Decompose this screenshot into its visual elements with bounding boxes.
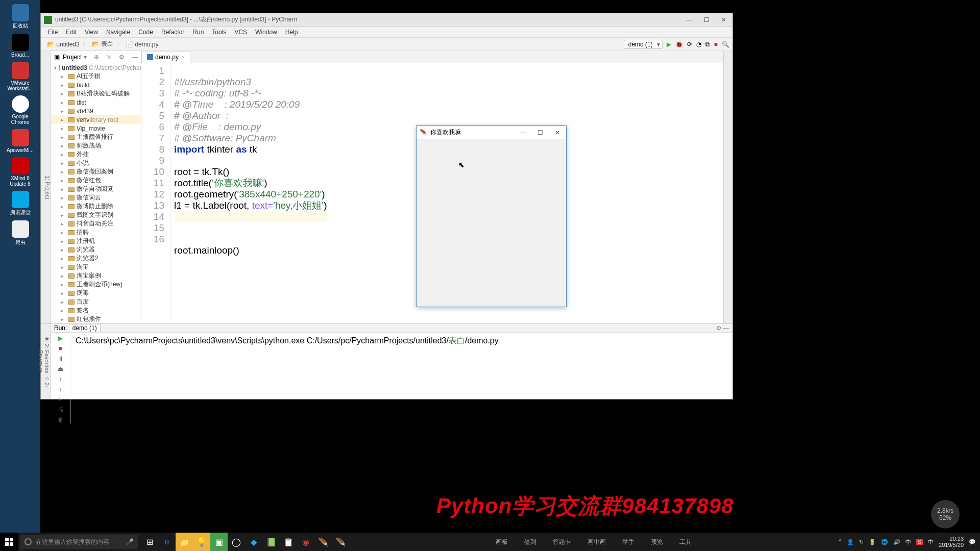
tree-item[interactable]: ▸ 微信撤回案例 (51, 167, 141, 176)
tree-item[interactable]: ▸ 小说 (51, 159, 141, 167)
ime-icon[interactable]: 中 (905, 538, 911, 546)
maximize-icon[interactable]: ☐ (698, 16, 715, 23)
menu-tools[interactable]: Tools (208, 29, 230, 36)
obs-icon[interactable]: ◯ (228, 533, 245, 551)
run-icon[interactable]: ▶ (667, 41, 671, 48)
app-icon[interactable]: 📗 (262, 533, 280, 551)
tree-item[interactable]: ▸ 截图文字识别 (51, 211, 141, 219)
desktop-icon[interactable]: 爬虫 (5, 220, 36, 246)
breadcrumb[interactable]: 📂 表白 (89, 39, 116, 49)
breadcrumb[interactable]: 📂 untitled3 (44, 40, 83, 49)
coverage-icon[interactable]: ⟳ (687, 41, 692, 48)
tree-item[interactable]: ▸ 淘宝 (51, 263, 141, 271)
ime-icon[interactable]: 中 (928, 538, 934, 546)
desktop-icon[interactable]: Broad... (5, 34, 36, 58)
desktop-icon[interactable]: Google Chrome (5, 95, 36, 125)
menu-code[interactable]: Code (134, 29, 157, 36)
exit-icon[interactable]: ⏏ (57, 365, 64, 372)
tree-item[interactable]: ▸ 外挂 (51, 150, 141, 159)
menu-edit[interactable]: Edit (62, 29, 81, 36)
code-lines[interactable]: #!/usr/bin/python3 # -*- coding: utf-8 -… (171, 63, 327, 323)
explorer-icon[interactable]: 📁 (176, 533, 193, 551)
tk-titlebar[interactable]: 🪶 你喜欢我嘛 — ☐ ✕ (416, 126, 566, 139)
tree-item[interactable]: ▸ 主播颜值排行 (51, 133, 141, 141)
stream-tool[interactable]: 画中画 (587, 538, 606, 546)
mic-icon[interactable]: 🎤 (126, 538, 134, 545)
print-icon[interactable]: 🖨 (57, 406, 64, 413)
tree-item[interactable]: ▸ 注册机 (51, 237, 141, 245)
netease-icon[interactable]: ◉ (297, 533, 314, 551)
titlebar[interactable]: untitled3 [C:\Users\pc\PycharmProjects\u… (41, 13, 732, 27)
tree-item[interactable]: ▸ 签名 (51, 306, 141, 315)
tree-item[interactable]: ▸ 王者刷金币(new) (51, 280, 141, 289)
debug-icon[interactable]: 🐞 (675, 41, 683, 48)
wrap-icon[interactable]: ↵ (57, 396, 64, 403)
tree-item[interactable]: ▸ AI五子棋 (51, 72, 141, 81)
tree-item[interactable]: ▸ venv library root (51, 115, 141, 124)
close-tab-icon[interactable]: × (182, 55, 185, 60)
menu-refactor[interactable]: Refactor (157, 29, 188, 36)
minimize-icon[interactable]: — (514, 129, 531, 136)
run-output[interactable]: C:\Users\pc\PycharmProjects\untitled3\ve… (70, 333, 732, 423)
tk-task-icon[interactable]: 🪶 (314, 533, 332, 551)
pycharm-task-icon[interactable]: ▣ (210, 533, 228, 551)
taskbar-clock[interactable]: 20:232019/5/20 (939, 536, 964, 548)
battery-icon[interactable]: 🔋 (869, 539, 876, 545)
start-button[interactable] (0, 533, 18, 551)
app-icon[interactable]: 📋 (280, 533, 297, 551)
tk-task-icon[interactable]: 🪶 (332, 533, 349, 551)
stream-tool[interactable]: 画板 (496, 538, 508, 546)
close-icon[interactable]: ✕ (549, 129, 566, 136)
rerun-icon[interactable]: ▶ (57, 335, 64, 342)
tree-item[interactable]: ▸ 红包插件 (51, 315, 141, 323)
network-icon[interactable]: 🌐 (881, 539, 888, 545)
tree-item[interactable]: ▸ 浏览器 (51, 245, 141, 254)
tree-root[interactable]: ▾untitled3 C:\Users\pc\Pychar (51, 63, 141, 72)
profile-icon[interactable]: ◔ (696, 41, 701, 48)
maximize-icon[interactable]: ☐ (531, 129, 549, 136)
notifications-icon[interactable]: 💬 (969, 539, 976, 545)
sync-icon[interactable]: ↻ (859, 539, 864, 545)
tree-item[interactable]: ▸ 微博防止删除 (51, 202, 141, 211)
tree-item[interactable]: ▸ 病毒 (51, 289, 141, 297)
tree-item[interactable]: ▸ 招聘 (51, 228, 141, 237)
close-icon[interactable]: ✕ (715, 16, 732, 23)
menu-run[interactable]: Run (188, 29, 208, 36)
desktop-icon[interactable]: VMware Workstati... (5, 62, 36, 91)
tree-item[interactable]: ▸ vb439 (51, 107, 141, 115)
tree-item[interactable]: ▸ 浏览器2 (51, 254, 141, 263)
collapse-icon[interactable]: ⇲ (106, 54, 111, 61)
tree-item[interactable]: ▸ 淘宝案例 (51, 271, 141, 280)
up-icon[interactable]: ↑ (57, 375, 64, 383)
project-tool-tab[interactable]: 1: Project (41, 51, 51, 323)
app-icon[interactable]: 💡 (193, 533, 210, 551)
structure-tool-tab[interactable]: ★ 2: Favorites ⌂ 2: Structure (41, 324, 51, 399)
run-header[interactable]: Run: demo (1) ⚙ — (51, 324, 732, 333)
tkinter-window[interactable]: 🪶 你喜欢我嘛 — ☐ ✕ ⬉ (416, 126, 567, 307)
locate-icon[interactable]: ⊕ (94, 54, 99, 61)
tree-item[interactable]: ▸ build (51, 81, 141, 89)
gear-icon[interactable]: ⚙ — (716, 324, 729, 332)
concurrent-icon[interactable]: ⧉ (705, 41, 710, 48)
tree-item[interactable]: ▸ 百度 (51, 297, 141, 306)
trash-icon[interactable]: 🗑 (57, 416, 64, 423)
pause-icon[interactable]: ⏸ (57, 355, 64, 362)
down-icon[interactable]: ↓ (57, 386, 64, 393)
tree-item[interactable]: ▸ 微信词云 (51, 193, 141, 202)
sogou-icon[interactable]: S (916, 539, 923, 545)
tree-item[interactable]: ▸ Vip_movie (51, 124, 141, 133)
task-view-icon[interactable]: ⊞ (141, 533, 158, 551)
stream-tool[interactable]: 举手 (622, 538, 634, 546)
breadcrumb[interactable]: 📄 demo.py (122, 40, 161, 49)
gear-icon[interactable]: ⚙ (119, 54, 125, 61)
tree-item[interactable]: ▸ 抖音自动关注 (51, 219, 141, 228)
desktop-icon[interactable]: XMind 8 Update 8 (5, 157, 36, 187)
taskbar-search[interactable]: 在这里输入你要搜索的内容 🎤 (20, 535, 138, 549)
app-icon[interactable]: ◆ (245, 533, 262, 551)
stream-tool[interactable]: 工具 (679, 538, 692, 546)
project-panel-header[interactable]: ▣ Project ⊕ ⇲ ⚙ — (51, 51, 141, 63)
stream-tool[interactable]: 预览 (651, 538, 663, 546)
run-config-combo[interactable]: demo (1) (624, 40, 663, 49)
menu-view[interactable]: View (81, 29, 102, 36)
stream-tool[interactable]: 答题卡 (553, 538, 571, 546)
